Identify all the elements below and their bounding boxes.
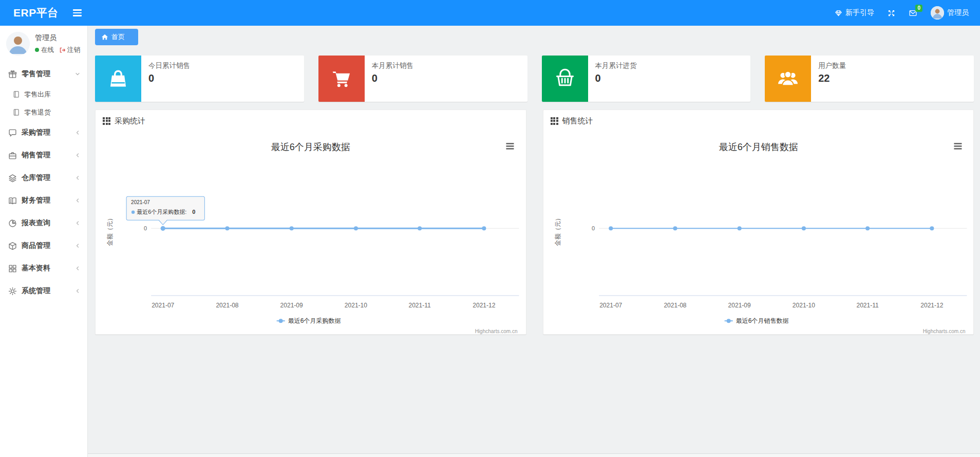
guide-button[interactable]: 新手引导 xyxy=(835,8,874,17)
book-icon xyxy=(8,196,17,205)
fullscreen-icon xyxy=(888,9,895,17)
purchase-panel-header: 采购统计 xyxy=(96,110,526,132)
chevron-left-icon xyxy=(75,153,80,158)
sidebar-item-label: 报表查询 xyxy=(22,218,50,228)
svg-text:2021-07: 2021-07 xyxy=(599,302,622,309)
tooltip-date: 2021-07 xyxy=(131,199,150,205)
sidebar-user-panel: 管理员 在线 注销 xyxy=(0,26,87,63)
sidebar-item-label: 商品管理 xyxy=(22,241,50,250)
purchase-panel: 采购统计 最近6个月采购数据 金额（元） 0 xyxy=(95,109,526,335)
sidebar-menu: 零售管理 零售出库 零售退货 采购管理 销售管理 xyxy=(0,63,87,302)
sidebar-item-label: 仓库管理 xyxy=(22,173,50,182)
journal-icon xyxy=(12,108,20,116)
users-icon xyxy=(765,56,811,102)
sidebar-item-label: 零售退货 xyxy=(24,108,51,117)
sidebar-item-basic-data[interactable]: 基本资料 xyxy=(0,257,87,280)
sidebar-item-sales[interactable]: 销售管理 xyxy=(0,144,87,167)
sidebar-item-finance[interactable]: 财务管理 xyxy=(0,189,87,212)
journal-icon xyxy=(12,90,20,98)
chat-icon xyxy=(8,129,17,137)
gem-icon xyxy=(835,9,842,17)
home-icon xyxy=(101,33,108,41)
sidebar: 管理员 在线 注销 零售管理 零售出库 xyxy=(0,26,88,457)
avatar xyxy=(6,32,30,56)
legend-item[interactable]: 最近6个月销售数据 xyxy=(724,317,788,324)
chevron-left-icon xyxy=(75,130,80,135)
stat-cards-row: 今日累计销售 0 本月累计销售 0 本月累计进货 0 xyxy=(95,56,974,102)
sidebar-item-system[interactable]: 系统管理 xyxy=(0,280,87,302)
svg-text:2021-08: 2021-08 xyxy=(664,302,686,309)
messages-button[interactable]: 0 xyxy=(909,9,917,17)
sidebar-item-goods[interactable]: 商品管理 xyxy=(0,234,87,257)
x-axis-labels: 2021-07 2021-08 2021-09 2021-10 2021-11 … xyxy=(599,302,944,309)
y-axis-title: 金额（元） xyxy=(554,215,561,246)
table-grid-icon xyxy=(103,117,110,125)
basket-icon xyxy=(542,56,588,102)
user-label: 管理员 xyxy=(947,8,969,17)
chart-credits[interactable]: Highcharts.com.cn xyxy=(922,328,965,334)
tab-home[interactable]: 首页 xyxy=(95,29,138,45)
briefcase-icon xyxy=(8,151,17,160)
chart-credits[interactable]: Highcharts.com.cn xyxy=(475,328,518,334)
sign-out-icon xyxy=(59,47,66,53)
main-content: 首页 今日累计销售 0 本月累计销售 0 xyxy=(88,26,980,457)
card-value: 0 xyxy=(595,72,637,84)
sidebar-item-retail[interactable]: 零售管理 xyxy=(0,63,87,85)
message-count-badge: 0 xyxy=(915,5,922,12)
card-today-sales: 今日累计销售 0 xyxy=(95,56,304,102)
chevron-left-icon xyxy=(75,266,80,271)
y-axis-tick: 0 xyxy=(144,225,147,231)
y-axis-tick: 0 xyxy=(592,225,595,231)
user-menu[interactable]: 管理员 xyxy=(931,6,969,20)
card-label: 本月累计销售 xyxy=(372,61,413,70)
chevron-left-icon xyxy=(75,288,80,294)
sidebar-item-warehouse[interactable]: 仓库管理 xyxy=(0,167,87,189)
chart-tooltip: 2021-07 最近6个月采购数据: 0 xyxy=(126,196,204,225)
sidebar-item-label: 零售出库 xyxy=(24,90,51,99)
brand-logo[interactable]: ERP平台 xyxy=(0,6,59,20)
footer-divider xyxy=(88,453,980,457)
sales-panel-header: 销售统计 xyxy=(543,110,974,132)
pie-chart-icon xyxy=(8,219,17,228)
sidebar-item-label: 销售管理 xyxy=(22,151,50,160)
breadcrumb: 首页 xyxy=(95,29,974,49)
purchase-chart: 最近6个月采购数据 金额（元） 0 2021-07 xyxy=(96,132,526,337)
svg-text:2021-09: 2021-09 xyxy=(280,302,303,309)
svg-text:2021-09: 2021-09 xyxy=(728,302,750,309)
sidebar-item-retail-outbound[interactable]: 零售出库 xyxy=(0,85,87,103)
charts-row: 采购统计 最近6个月采购数据 金额（元） 0 xyxy=(95,109,974,335)
x-axis-labels: 2021-07 2021-08 2021-09 2021-10 2021-11 … xyxy=(152,302,496,309)
avatar xyxy=(931,6,944,20)
card-month-sales: 本月累计销售 0 xyxy=(318,56,527,102)
panel-title: 采购统计 xyxy=(115,116,145,126)
card-value: 22 xyxy=(818,72,846,84)
sidebar-toggle-button[interactable] xyxy=(70,6,85,20)
svg-text:2021-11: 2021-11 xyxy=(409,302,431,309)
svg-text:2021-07: 2021-07 xyxy=(152,302,174,309)
chevron-left-icon xyxy=(75,243,80,248)
chevron-left-icon xyxy=(75,198,80,203)
layers-icon xyxy=(8,174,17,182)
sidebar-item-purchase[interactable]: 采购管理 xyxy=(0,121,87,144)
svg-text:2021-12: 2021-12 xyxy=(473,302,495,309)
box-icon xyxy=(8,242,17,250)
card-label: 今日累计销售 xyxy=(148,61,190,70)
chevron-down-icon xyxy=(75,71,80,77)
gear-icon xyxy=(8,287,17,296)
fullscreen-button[interactable] xyxy=(888,9,895,17)
tooltip-label: 最近6个月采购数据: xyxy=(137,209,186,215)
table-grid-icon xyxy=(551,117,558,125)
card-month-purchase: 本月累计进货 0 xyxy=(542,56,751,102)
svg-text:2021-11: 2021-11 xyxy=(856,302,879,309)
card-value: 0 xyxy=(372,72,413,84)
chart-menu-button[interactable] xyxy=(506,143,514,150)
online-status-label: 在线 xyxy=(41,46,54,54)
grid-icon xyxy=(8,264,17,273)
chart-menu-button[interactable] xyxy=(954,143,962,150)
sidebar-item-retail-return[interactable]: 零售退货 xyxy=(0,103,87,121)
panel-title: 销售统计 xyxy=(562,116,593,126)
svg-text:最近6个月销售数据: 最近6个月销售数据 xyxy=(736,317,788,324)
legend-item[interactable]: 最近6个月采购数据 xyxy=(277,317,341,324)
logout-link[interactable]: 注销 xyxy=(59,46,80,54)
sidebar-item-reports[interactable]: 报表查询 xyxy=(0,212,87,234)
